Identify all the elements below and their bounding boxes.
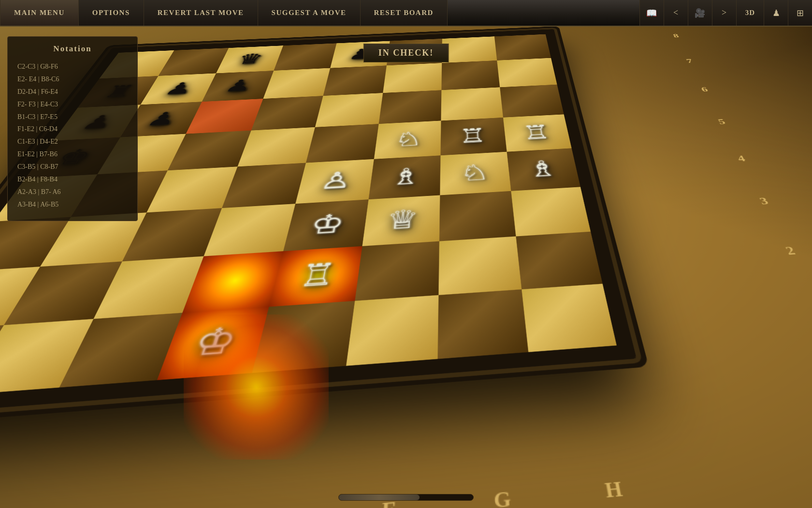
- board-cell[interactable]: [346, 295, 438, 366]
- notation-move: B2-B4 | F8-B4: [17, 173, 128, 186]
- progress-bar-container: [338, 494, 474, 501]
- next-button[interactable]: >: [712, 0, 736, 26]
- grid-icon-button[interactable]: ⊞: [788, 0, 812, 26]
- board-cell[interactable]: [500, 85, 564, 118]
- board-cell[interactable]: ♖: [503, 114, 571, 151]
- main-menu-button[interactable]: Main Menu: [0, 0, 79, 26]
- board-cell[interactable]: [439, 191, 516, 241]
- board-cell[interactable]: [442, 36, 497, 63]
- board-cell[interactable]: ♘: [440, 152, 510, 195]
- board-cell[interactable]: [0, 325, 3, 403]
- board-cell[interactable]: [274, 43, 337, 71]
- board-cell[interactable]: [0, 267, 40, 331]
- board-cell[interactable]: [383, 63, 442, 93]
- board-cell[interactable]: [59, 313, 182, 388]
- piece-light-B[interactable]: ♗: [390, 165, 421, 189]
- board-cell[interactable]: [0, 217, 71, 272]
- piece-light-R[interactable]: ♖: [459, 126, 488, 146]
- book-icon-button[interactable]: 📖: [639, 0, 664, 26]
- progress-bar: [339, 494, 420, 500]
- board-cell[interactable]: [168, 131, 251, 171]
- board-cell[interactable]: [516, 232, 603, 289]
- board-cell[interactable]: ♛: [216, 45, 283, 73]
- revert-last-move-button[interactable]: Revert Last Move: [144, 0, 258, 26]
- notation-move: C1-E3 | D4-E2: [17, 135, 128, 148]
- notation-moves: C2-C3 | G8-F6E2- E4 | B8-C6D2-D4 | F6-E4…: [17, 60, 128, 211]
- board-cell[interactable]: ♟: [140, 73, 216, 105]
- board-cell[interactable]: [378, 90, 441, 124]
- view-3d-button[interactable]: 3D: [736, 0, 764, 26]
- piece-dark-p[interactable]: ♟: [222, 77, 255, 94]
- board-cell[interactable]: [263, 68, 330, 99]
- board-cell[interactable]: [511, 187, 591, 236]
- menu-bar: Main Menu Options Revert Last Move Sugge…: [0, 0, 812, 27]
- board-cell[interactable]: [438, 237, 521, 295]
- piece-light-P[interactable]: ♙: [318, 169, 353, 193]
- board-cell[interactable]: [251, 96, 323, 131]
- board-cell[interactable]: ♙: [295, 159, 374, 204]
- notation-move: A3-B4 | A6-B5: [17, 198, 128, 211]
- piece-dark-q[interactable]: ♛: [235, 52, 265, 67]
- chess-board-container: ♛♟♟♜♟♟♟♟♚♘♖♖♙♗♘♗♔♕♖♔ B C D E F G H 8 7 6…: [97, 27, 812, 493]
- piece-light-K[interactable]: ♔: [189, 323, 240, 362]
- board-cell[interactable]: [441, 60, 499, 90]
- notation-move: F1-E2 | C6-D4: [17, 123, 128, 135]
- reset-board-button[interactable]: Reset Board: [361, 0, 448, 26]
- board-cell[interactable]: [323, 65, 386, 96]
- options-button[interactable]: Options: [79, 0, 144, 26]
- suggest-move-button[interactable]: Suggest a Move: [258, 0, 361, 26]
- board-cell[interactable]: ♔: [283, 199, 368, 251]
- board-cell[interactable]: [203, 204, 295, 256]
- board-cell[interactable]: ♔: [157, 307, 269, 380]
- piece-light-R[interactable]: ♖: [521, 122, 551, 143]
- board-cell[interactable]: [494, 34, 551, 60]
- piece-light-N[interactable]: ♘: [393, 129, 423, 150]
- notation-move: E1-E2 | B7-B6: [17, 148, 128, 161]
- notation-title: Notation: [17, 44, 128, 54]
- piece-dark-p[interactable]: ♟: [161, 80, 196, 97]
- piece-light-B[interactable]: ♗: [526, 158, 559, 181]
- board-cell[interactable]: [497, 58, 557, 88]
- prev-button[interactable]: <: [664, 0, 688, 26]
- board-cell[interactable]: [354, 241, 439, 301]
- board-cell[interactable]: [221, 163, 306, 209]
- notation-panel: Notation C2-C3 | G8-F6E2- E4 | B8-C6D2-D…: [7, 36, 138, 221]
- board-cell[interactable]: [315, 93, 383, 127]
- piece-light-N[interactable]: ♘: [459, 161, 490, 184]
- notation-move: D2-D4 | F6-E4: [17, 86, 128, 98]
- board-cell[interactable]: [186, 99, 263, 134]
- piece-dark-p[interactable]: ♟: [143, 109, 181, 128]
- board-cell[interactable]: ♖: [440, 118, 506, 155]
- board-cell[interactable]: ♟: [202, 71, 274, 102]
- notation-move: E2- E4 | B8-C6: [17, 73, 128, 86]
- piece-light-K[interactable]: ♔: [308, 210, 346, 238]
- board-cell[interactable]: [182, 251, 283, 313]
- board-cell[interactable]: ♖: [269, 246, 362, 307]
- board-cell[interactable]: [146, 166, 237, 212]
- board-cell[interactable]: [306, 124, 378, 163]
- notation-move: F2- F3 | E4-C3: [17, 98, 128, 111]
- board-cell[interactable]: [237, 127, 315, 167]
- board-cell[interactable]: [521, 284, 616, 352]
- notation-move: A2-A3 | B7- A6: [17, 186, 128, 198]
- notation-move: B1-C3 | E7-E5: [17, 111, 128, 123]
- notation-move: C2-C3 | G8-F6: [17, 60, 128, 73]
- board-cell[interactable]: [252, 301, 354, 373]
- piece-light-R[interactable]: ♖: [296, 259, 338, 292]
- board-cell[interactable]: ♗: [368, 155, 441, 199]
- game-area: Notation C2-C3 | G8-F6E2- E4 | B8-C6D2-D…: [0, 27, 812, 508]
- board-cell[interactable]: ♘: [374, 120, 441, 159]
- board-cell[interactable]: [438, 289, 528, 359]
- board-cell[interactable]: [93, 256, 203, 319]
- piece-light-Q[interactable]: ♕: [385, 206, 419, 234]
- board-cell[interactable]: [441, 87, 503, 120]
- camera-icon-button[interactable]: 🎥: [688, 0, 712, 26]
- piece-icon-button[interactable]: ♟: [764, 0, 788, 26]
- board-cell[interactable]: ♗: [507, 148, 580, 191]
- board-cell[interactable]: ♕: [362, 195, 440, 246]
- board-cell[interactable]: [0, 319, 93, 395]
- board-row-labels: 8 7 6 5 4 3 2 1: [667, 27, 812, 344]
- board-cell[interactable]: [3, 261, 122, 325]
- in-check-badge: In Check!: [363, 44, 449, 62]
- board-cell[interactable]: [158, 48, 229, 76]
